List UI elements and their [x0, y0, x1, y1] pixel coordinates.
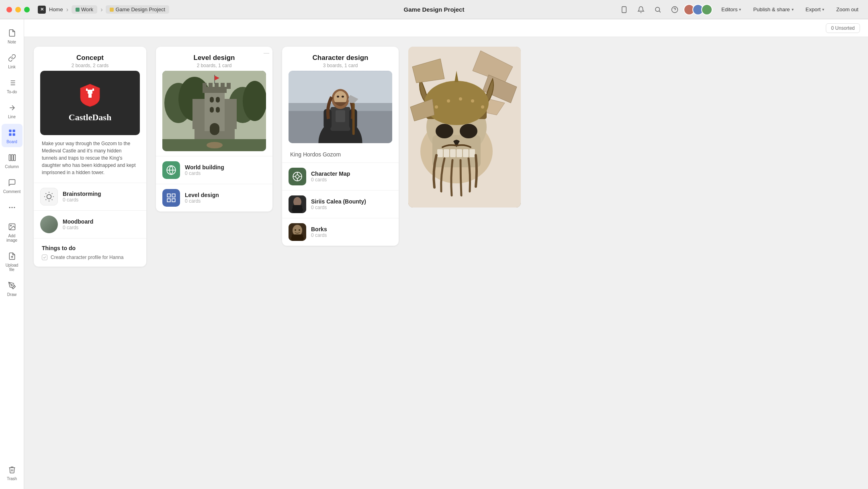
- notification-icon-btn[interactable]: [635, 4, 647, 15]
- borks-item[interactable]: Borks 0 cards: [282, 218, 399, 246]
- concept-description: Make your way through the Gozom to the M…: [34, 140, 146, 183]
- comment-label: Comment: [3, 189, 20, 194]
- skull-illustration: [408, 47, 521, 208]
- titlebar: ✕ Home › Work › Game Design Project Game…: [0, 0, 868, 19]
- sidebar-item-add-image[interactable]: Add image: [2, 218, 23, 246]
- upload-label: Upload file: [4, 263, 20, 272]
- minimize-button[interactable]: [15, 7, 21, 12]
- svg-rect-18: [11, 155, 13, 161]
- svg-point-22: [14, 207, 15, 208]
- level-design-sub-name: Level design: [185, 192, 219, 198]
- line-label: Line: [8, 115, 16, 119]
- svg-rect-54: [192, 99, 205, 129]
- search-icon-btn[interactable]: [652, 4, 663, 15]
- todo-checkbox-1[interactable]: [42, 255, 47, 260]
- device-icon-btn[interactable]: [618, 4, 630, 15]
- comment-icon: [6, 177, 18, 188]
- svg-rect-0: [622, 6, 626, 12]
- add-image-icon: [6, 221, 18, 232]
- app-icon: ✕: [38, 6, 46, 14]
- svg-rect-53: [227, 83, 231, 89]
- zoom-out-button[interactable]: Zoom out: [833, 5, 862, 14]
- concept-meta: 2 boards, 2 cards: [42, 63, 138, 68]
- tab-home[interactable]: Home: [49, 6, 63, 12]
- svg-point-108: [460, 124, 477, 138]
- siriis-text: Siriis Calea (Bounty) 0 cards: [311, 198, 366, 210]
- character-map-text: Character Map 0 cards: [311, 171, 350, 183]
- world-building-item[interactable]: World building 0 cards: [156, 156, 272, 184]
- svg-rect-17: [9, 155, 10, 161]
- column-icon: [6, 152, 18, 163]
- concept-hero: CastleDash: [40, 71, 140, 135]
- svg-point-120: [471, 99, 474, 103]
- siriis-item[interactable]: Siriis Calea (Bounty) 0 cards: [282, 190, 399, 218]
- svg-rect-15: [9, 134, 11, 136]
- sidebar-item-comment[interactable]: Comment: [2, 174, 23, 197]
- sidebar-item-board[interactable]: Board: [2, 124, 23, 147]
- sidebar-item-draw[interactable]: Draw: [2, 277, 23, 300]
- publish-chevron-icon: ▾: [792, 7, 794, 12]
- svg-rect-111: [450, 149, 456, 157]
- traffic-lights: [6, 7, 30, 12]
- publish-share-button[interactable]: Publish & share ▾: [750, 5, 796, 14]
- export-button[interactable]: Export ▾: [802, 5, 828, 14]
- sidebar-item-line[interactable]: Line: [2, 99, 23, 122]
- brainstorming-item[interactable]: Brainstorming 0 cards: [34, 183, 146, 210]
- board-label: Board: [6, 140, 17, 144]
- character-map-name: Character Map: [311, 171, 350, 177]
- svg-point-93: [292, 207, 303, 213]
- borks-name: Borks: [311, 226, 327, 232]
- sidebar-item-more[interactable]: [2, 199, 23, 216]
- editors-button[interactable]: Editors ▾: [718, 5, 744, 14]
- svg-rect-30: [92, 88, 94, 91]
- sidebar-item-todo[interactable]: To-do: [2, 74, 23, 97]
- warrior-image: [289, 71, 392, 143]
- sidebar-item-trash[interactable]: Trash: [2, 461, 23, 484]
- level-design-close-icon[interactable]: —: [264, 50, 269, 55]
- brainstorm-icon: [40, 188, 58, 205]
- castledash-title-text: CastleDash: [69, 112, 111, 123]
- tab-work[interactable]: Work: [72, 5, 97, 14]
- svg-point-80: [337, 96, 339, 98]
- moodboard-item[interactable]: Moodboard 0 cards: [34, 210, 146, 238]
- level-design-title: Level design: [164, 54, 264, 62]
- svg-rect-109: [437, 149, 443, 157]
- todo-section: Things to do Create character profile fo…: [34, 238, 146, 267]
- king-hordos-name: King Hordos Gozom: [282, 148, 399, 162]
- sidebar-item-link[interactable]: Link: [2, 49, 23, 72]
- sidebar-item-column[interactable]: Column: [2, 149, 23, 172]
- castle-image: [162, 71, 266, 151]
- svg-line-35: [46, 193, 47, 194]
- svg-point-20: [9, 207, 10, 208]
- svg-line-3: [659, 11, 660, 12]
- maximize-button[interactable]: [24, 7, 30, 12]
- link-label: Link: [8, 65, 15, 69]
- character-map-icon: [289, 168, 306, 185]
- moodboard-name: Moodboard: [63, 218, 140, 225]
- close-button[interactable]: [6, 7, 12, 12]
- svg-line-40: [52, 193, 53, 194]
- character-design-column: Character design 3 boards, 1 card: [282, 47, 399, 246]
- svg-rect-59: [216, 107, 220, 113]
- level-design-sub-item[interactable]: Level design 0 cards: [156, 184, 272, 212]
- content-area: 0 Unsorted Concept 2 boards, 2 cards: [24, 19, 868, 489]
- sidebar-item-upload[interactable]: Upload file: [2, 247, 23, 275]
- world-building-count: 0 cards: [185, 171, 224, 176]
- svg-line-39: [46, 199, 47, 200]
- tab-project[interactable]: Game Design Project: [106, 5, 169, 14]
- svg-rect-49: [203, 83, 207, 89]
- character-map-item[interactable]: Character Map 0 cards: [282, 162, 399, 190]
- help-icon-btn[interactable]: [669, 4, 680, 15]
- column-label: Column: [5, 164, 18, 169]
- unsorted-badge[interactable]: 0 Unsorted: [826, 23, 860, 33]
- svg-point-32: [47, 195, 51, 199]
- svg-line-36: [52, 199, 53, 200]
- siriis-name: Siriis Calea (Bounty): [311, 198, 366, 205]
- moodboard-count: 0 cards: [63, 225, 140, 230]
- sidebar-item-note[interactable]: Note: [2, 24, 23, 47]
- todo-text-1: Create character profile for Hanna: [51, 255, 123, 260]
- sidebar: Note Link To-do Line Board: [0, 19, 24, 489]
- svg-point-121: [481, 105, 484, 109]
- work-label: Work: [81, 6, 93, 12]
- svg-rect-60: [210, 123, 219, 135]
